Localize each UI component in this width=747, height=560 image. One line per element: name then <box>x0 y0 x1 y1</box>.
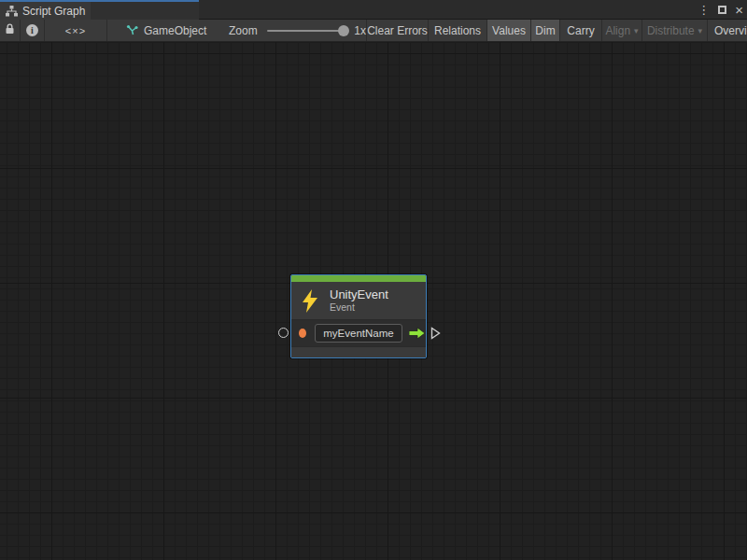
code-preview-button[interactable]: <×> <box>45 20 107 41</box>
flow-output-arrow-icon[interactable] <box>409 327 426 340</box>
node-port-row <box>291 320 426 346</box>
tab-bar: Script Graph ⋮ × <box>0 0 747 20</box>
distribute-dropdown: Distribute ▾ <box>642 20 708 41</box>
chevron-down-icon: ▾ <box>634 26 639 35</box>
unityevent-node[interactable]: UnityEvent Event <box>290 274 427 358</box>
overview-label: Overview <box>714 24 747 37</box>
unity-visual-scripting-window: Script Graph ⋮ × i <×> <box>0 0 747 560</box>
clear-errors-button[interactable]: Clear Errors <box>367 20 429 41</box>
align-dropdown: Align ▾ <box>602 20 642 41</box>
overview-button[interactable]: Overview <box>708 20 747 41</box>
graph-hierarchy-icon <box>6 6 18 17</box>
dim-toggle[interactable]: Dim <box>531 20 560 41</box>
node-output-flow-port[interactable] <box>430 327 441 340</box>
lock-icon <box>5 23 15 37</box>
zoom-slider[interactable] <box>267 30 346 32</box>
carry-label: Carry <box>567 24 594 37</box>
graph-toolbar: i <×> GameObject Zoom 1x Clear Errors <box>0 20 747 42</box>
relations-toggle[interactable]: Relations <box>429 20 487 41</box>
clear-errors-label: Clear Errors <box>367 24 428 37</box>
distribute-label: Distribute <box>647 24 695 37</box>
align-label: Align <box>605 24 630 37</box>
node-subtitle: Event <box>330 301 388 314</box>
values-label: Values <box>492 24 526 37</box>
carry-toggle[interactable]: Carry <box>560 20 602 41</box>
gameobject-label: GameObject <box>144 24 206 37</box>
window-controls: ⋮ × <box>698 0 743 20</box>
zoom-slider-handle[interactable] <box>338 25 349 36</box>
info-icon: i <box>26 24 38 36</box>
node-input-flow-port[interactable] <box>278 328 289 338</box>
close-icon[interactable]: × <box>735 3 743 17</box>
node-header[interactable]: UnityEvent Event <box>291 282 426 319</box>
lightning-bolt-icon <box>302 289 318 313</box>
zoom-label: Zoom <box>229 24 258 37</box>
script-graph-icon <box>126 24 138 36</box>
info-button[interactable]: i <box>21 20 45 41</box>
gameobject-target-button[interactable]: GameObject <box>117 20 219 41</box>
code-icon: <×> <box>65 25 86 36</box>
event-name-input-port[interactable] <box>299 329 306 338</box>
dim-label: Dim <box>535 24 555 37</box>
values-toggle[interactable]: Values <box>487 20 531 41</box>
tab-label: Script Graph <box>22 5 85 18</box>
node-titles: UnityEvent Event <box>330 287 388 314</box>
node-footer <box>291 347 426 358</box>
zoom-value: 1x <box>354 24 366 37</box>
window-menu-icon[interactable]: ⋮ <box>698 4 710 16</box>
relations-label: Relations <box>434 24 481 37</box>
tab-well <box>91 2 199 20</box>
event-name-field[interactable] <box>315 324 402 343</box>
maximize-icon[interactable] <box>718 6 726 14</box>
chevron-down-icon: ▾ <box>698 26 703 35</box>
node-accent-bar <box>291 275 426 282</box>
node-title: UnityEvent <box>330 287 388 301</box>
lock-button[interactable] <box>0 20 21 41</box>
zoom-control-group: Zoom 1x <box>219 20 367 41</box>
graph-canvas[interactable]: UnityEvent Event <box>0 42 747 560</box>
tab-script-graph[interactable]: Script Graph <box>0 2 91 20</box>
